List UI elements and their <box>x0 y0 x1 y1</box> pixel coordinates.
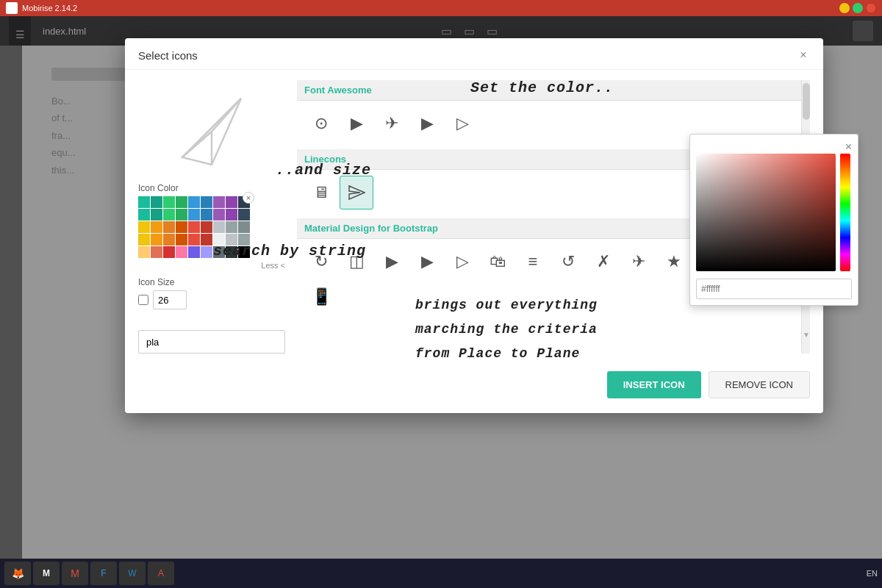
md-icon-flight[interactable]: ✈ <box>622 245 656 279</box>
md-icon-shop[interactable]: 🛍 <box>481 245 514 279</box>
insert-icon-button[interactable]: INSERT ICON <box>607 371 701 398</box>
color-picker-panel: × <box>689 134 858 306</box>
md-icon-undo[interactable]: ↺ <box>551 245 585 279</box>
color-swatch[interactable] <box>176 209 187 220</box>
remove-icon-button[interactable]: REMOVE ICON <box>709 371 810 398</box>
color-swatch[interactable] <box>138 196 150 208</box>
size-input[interactable] <box>153 290 187 309</box>
color-swatch[interactable] <box>163 209 175 220</box>
modal-title: Select icons <box>138 49 198 62</box>
picker-close-button[interactable]: × <box>845 140 852 154</box>
color-swatch[interactable] <box>201 234 212 245</box>
md-icon-play[interactable]: ▶ <box>375 245 409 279</box>
left-panel: Icon Color × Less < Icon Size <box>138 80 285 354</box>
modal-close-button[interactable]: × <box>797 49 810 62</box>
color-swatch[interactable] <box>176 246 187 258</box>
color-swatch[interactable] <box>151 246 162 258</box>
color-swatch[interactable] <box>201 246 212 258</box>
paper-plane-preview-icon <box>175 91 248 172</box>
size-lock-checkbox[interactable] <box>138 295 148 305</box>
md-icon-bluetooth-off[interactable]: ✗ <box>587 245 620 279</box>
fa-icon-play-button[interactable]: ▷ <box>445 107 479 140</box>
color-swatch[interactable] <box>163 196 175 208</box>
hex-color-input[interactable] <box>696 279 852 299</box>
color-gradient-area[interactable] <box>696 154 836 271</box>
scroll-arrow-down[interactable]: ▼ <box>803 331 810 339</box>
md-icon-cast[interactable]: 📱 <box>304 280 338 314</box>
color-swatch[interactable] <box>201 209 212 220</box>
lc-icon-display[interactable]: 🖥 <box>304 176 338 209</box>
less-button[interactable]: Less < <box>138 261 285 270</box>
color-swatch[interactable] <box>226 246 237 258</box>
fa-icon-play-circle[interactable]: ▶ <box>410 107 444 140</box>
scroll-thumb[interactable] <box>803 83 810 120</box>
taskbar-app-3[interactable]: F <box>90 562 117 585</box>
color-swatch[interactable] <box>238 234 250 245</box>
color-swatch[interactable] <box>226 209 237 220</box>
color-swatch[interactable] <box>213 209 225 220</box>
color-swatch[interactable] <box>213 196 225 208</box>
md-icon-menu[interactable]: ≡ <box>516 245 550 279</box>
color-swatch[interactable] <box>213 246 225 258</box>
md-icon-refresh[interactable]: ↻ <box>304 245 338 279</box>
color-swatch[interactable] <box>151 209 162 220</box>
md-icon-play2[interactable]: ▶ <box>410 245 444 279</box>
taskbar-app-0[interactable]: 🦊 <box>4 562 31 585</box>
color-swatch[interactable] <box>213 234 225 245</box>
color-swatch[interactable] <box>238 209 250 220</box>
color-swatch[interactable] <box>138 234 150 245</box>
color-swatch[interactable] <box>151 234 162 245</box>
lc-icon-paper-plane[interactable] <box>340 176 373 209</box>
color-swatch[interactable] <box>188 246 200 258</box>
color-swatch[interactable] <box>163 221 175 233</box>
color-swatch[interactable] <box>238 221 250 233</box>
color-swatch[interactable] <box>226 221 237 233</box>
md-icon-play3[interactable]: ▷ <box>445 245 479 279</box>
fa-icon-plane[interactable]: ✈ <box>375 107 409 140</box>
color-swatch[interactable] <box>163 234 175 245</box>
font-awesome-header: Font Awesome <box>297 80 810 101</box>
color-swatch[interactable] <box>226 196 237 208</box>
color-swatch-wrapper: × <box>138 196 250 258</box>
maximize-button[interactable] <box>853 3 863 13</box>
close-button[interactable] <box>866 3 876 13</box>
color-swatch[interactable] <box>213 221 225 233</box>
md-icon-brightness[interactable]: ◫ <box>340 245 373 279</box>
size-row <box>138 290 285 309</box>
icon-size-control: Icon Size <box>138 277 285 309</box>
icon-size-label: Icon Size <box>138 277 285 287</box>
color-swatch[interactable] <box>201 196 212 208</box>
color-swatch[interactable] <box>176 221 187 233</box>
color-swatch[interactable] <box>176 196 187 208</box>
color-swatch[interactable] <box>201 221 212 233</box>
color-swatch[interactable] <box>176 234 187 245</box>
color-swatch[interactable] <box>188 196 200 208</box>
taskbar-app-5[interactable]: A <box>148 562 174 585</box>
color-swatch[interactable] <box>188 209 200 220</box>
taskbar-lang: EN <box>867 569 878 578</box>
taskbar-app-2[interactable]: M <box>62 562 88 585</box>
icon-preview <box>138 80 285 183</box>
hue-slider[interactable] <box>840 154 850 271</box>
color-swatch[interactable] <box>226 234 237 245</box>
svg-marker-3 <box>349 186 365 199</box>
search-input[interactable] <box>138 330 285 354</box>
color-swatch[interactable] <box>138 209 150 220</box>
taskbar-app-1[interactable]: M <box>33 562 60 585</box>
color-swatch[interactable] <box>151 196 162 208</box>
fa-icon-play[interactable]: ▶ <box>340 107 373 140</box>
fa-icon-play-circle-outline[interactable]: ⊙ <box>304 107 338 140</box>
color-swatch[interactable] <box>163 246 175 258</box>
color-swatch[interactable] <box>138 246 150 258</box>
color-close-button[interactable]: × <box>243 192 254 204</box>
icon-color-label: Icon Color <box>138 183 285 193</box>
minimize-button[interactable] <box>839 3 850 13</box>
taskbar-app-4[interactable]: W <box>119 562 146 585</box>
md-icon-stars[interactable]: ★ <box>657 245 691 279</box>
color-swatch[interactable] <box>188 221 200 233</box>
color-swatch[interactable] <box>151 221 162 233</box>
color-swatch[interactable] <box>188 234 200 245</box>
picker-header: × <box>696 140 852 154</box>
color-swatch[interactable] <box>138 221 150 233</box>
color-swatch[interactable] <box>238 246 250 258</box>
